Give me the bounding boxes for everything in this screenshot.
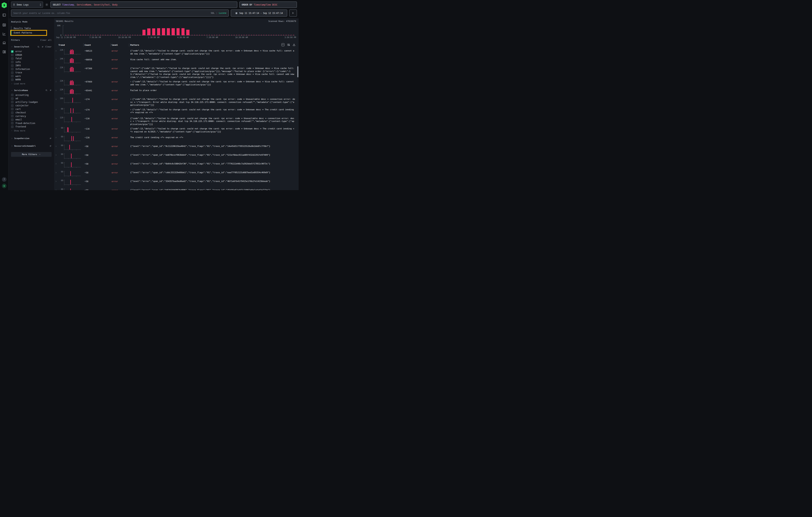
pattern-row[interactable]: 60~58error{"level":"error","span_id":"b9… <box>55 187 297 190</box>
column-resize-handle[interactable] <box>129 44 129 46</box>
filter-pin-icon[interactable] <box>49 89 52 91</box>
download-icon[interactable] <box>292 43 295 46</box>
source-settings-gear-icon[interactable] <box>45 3 48 6</box>
row-expand-chevron-icon[interactable] <box>55 49 58 52</box>
search-logs-icon[interactable] <box>2 23 6 27</box>
row-expand-chevron-icon[interactable] <box>55 153 58 156</box>
checkbox[interactable] <box>11 118 13 121</box>
checkbox[interactable] <box>11 57 13 60</box>
row-expand-chevron-icon[interactable] <box>55 179 58 182</box>
filter-option[interactable]: ad <box>11 97 52 100</box>
checkbox[interactable] <box>11 64 13 67</box>
column-header-level[interactable]: level <box>112 44 130 46</box>
servicename-group-header[interactable]: ServiceName <box>11 89 52 92</box>
app-logo-icon[interactable] <box>2 2 7 8</box>
pattern-row[interactable]: 60~58error{"level":"error","span_id":"33… <box>55 178 297 187</box>
load-more-button[interactable]: Load more <box>11 83 52 85</box>
pattern-row[interactable]: 22K~98523error{"code":13,"details":"fail… <box>55 48 297 57</box>
filter-option[interactable]: fraud-detection <box>11 121 52 125</box>
row-expand-chevron-icon[interactable] <box>55 188 58 190</box>
pattern-row[interactable]: 22K~97360error{"error":{"code":13,"detai… <box>55 65 297 79</box>
checkbox[interactable] <box>11 94 13 96</box>
checkbox[interactable] <box>11 68 13 70</box>
sql-mode-option[interactable]: SQL <box>211 12 214 14</box>
order-by-editor[interactable]: ORDER BY TimestampTime DESC <box>239 2 297 8</box>
filter-option[interactable]: Information <box>11 67 52 71</box>
query-language-toggle[interactable]: SQL | Lucene <box>211 12 226 14</box>
row-expand-chevron-icon[interactable] <box>55 170 58 174</box>
pattern-row[interactable]: 24K~98058errorVisa cache full: cannot ad… <box>55 57 297 65</box>
analysis-mode-results-table[interactable]: Results Table <box>11 26 46 31</box>
filter-option[interactable]: INFO <box>11 64 52 67</box>
checkbox[interactable] <box>11 105 13 107</box>
pattern-row[interactable]: 60~58error{"level":"error","span_id":"6b… <box>55 161 297 170</box>
checkbox[interactable] <box>11 122 13 124</box>
column-header-count[interactable]: Count <box>85 44 112 46</box>
row-expand-chevron-icon[interactable] <box>55 135 58 139</box>
checkbox-checked[interactable] <box>11 50 13 53</box>
filter-option[interactable]: cart <box>11 108 52 111</box>
filter-pin-icon[interactable] <box>41 46 44 48</box>
filter-option[interactable]: currency <box>11 114 52 118</box>
pattern-row[interactable]: 60~116error{"code":13,"details":"failed … <box>55 126 297 135</box>
column-header-pattern[interactable]: Pattern <box>130 44 297 46</box>
scopeversion-group-header[interactable]: ScopeVersion <box>11 137 52 140</box>
column-resize-handle[interactable] <box>83 44 84 46</box>
checkbox[interactable] <box>11 61 13 63</box>
filter-option[interactable]: checkout <box>11 111 52 114</box>
checkbox[interactable] <box>11 111 13 114</box>
filter-option[interactable]: cainjector <box>11 104 52 108</box>
checkbox[interactable] <box>11 79 13 81</box>
sidebar-toggle-icon[interactable] <box>2 13 6 17</box>
analysis-mode-event-patterns[interactable]: Event Patterns <box>11 31 46 35</box>
severitytext-group-header[interactable]: SeverityText Clear <box>11 46 52 48</box>
filter-option[interactable]: email <box>11 118 52 121</box>
filter-option[interactable]: info <box>11 60 52 64</box>
date-range-picker[interactable]: Sep 11 15:47:14 - Sep 12 15:47:14 <box>231 9 287 17</box>
clear-all-filters-button[interactable]: Clear all <box>40 39 52 41</box>
row-expand-chevron-icon[interactable] <box>55 57 58 61</box>
filter-option[interactable]: trace <box>11 71 52 75</box>
lucene-mode-option[interactable]: Lucene <box>219 12 226 14</box>
filter-search-icon[interactable] <box>45 89 48 91</box>
row-expand-chevron-icon[interactable] <box>55 66 58 69</box>
row-expand-chevron-icon[interactable] <box>55 126 58 130</box>
user-avatar[interactable]: U <box>2 184 6 188</box>
pattern-row[interactable]: 180~174error×{"code":13,"details":"faile… <box>55 96 297 107</box>
filter-option[interactable]: error <box>11 50 52 53</box>
checkbox[interactable] <box>11 115 13 117</box>
checkbox[interactable] <box>11 125 13 128</box>
more-filters-button[interactable]: More filters <box>11 152 52 157</box>
help-button[interactable]: ? <box>2 177 6 182</box>
column-header-trend[interactable]: Trend <box>58 44 85 46</box>
filter-pin-icon[interactable] <box>49 145 52 147</box>
pattern-row[interactable]: 60~58error{"level":"error","span_id":"eb… <box>55 152 297 161</box>
filter-pin-icon[interactable] <box>49 137 52 140</box>
resourceschemaurl-group-header[interactable]: ResourceSchemaUrl <box>11 145 52 147</box>
filter-option[interactable]: artillery-loadgen <box>11 100 52 104</box>
checkbox[interactable] <box>11 97 13 100</box>
sql-select-editor[interactable]: SELECT Timestamp, ServiceName, SeverityT… <box>51 2 237 8</box>
chart-explorer-icon[interactable] <box>2 32 6 36</box>
checkbox[interactable] <box>11 108 13 110</box>
run-query-button[interactable] <box>289 9 297 17</box>
show-more-button[interactable]: Show more <box>11 130 52 132</box>
row-expand-chevron-icon[interactable] <box>55 88 58 91</box>
filter-option[interactable]: warn <box>11 75 52 78</box>
sessions-icon[interactable] <box>2 41 6 45</box>
checkbox[interactable] <box>11 101 13 103</box>
checkbox[interactable] <box>11 75 13 77</box>
filter-option[interactable]: fatal <box>11 57 52 60</box>
filter-option[interactable]: ERROR <box>11 53 52 57</box>
pattern-row[interactable]: 22K~97069error×{"code":13,"details":"fai… <box>55 79 297 87</box>
pattern-row[interactable]: 120~116error{"code":13,"details":"failed… <box>55 115 297 126</box>
wrap-lines-icon[interactable] <box>287 43 290 46</box>
filter-option[interactable]: accounting <box>11 93 52 97</box>
filter-clear-button[interactable]: Clear <box>45 46 52 48</box>
filter-option[interactable]: frontend <box>11 125 52 128</box>
view-source-icon[interactable] <box>282 43 285 46</box>
pattern-row[interactable]: 60~174error×{"code":13,"details":"failed… <box>55 107 297 115</box>
row-expand-chevron-icon[interactable] <box>55 97 58 100</box>
vertical-scrollbar[interactable] <box>297 66 298 77</box>
filter-option[interactable]: WARN <box>11 78 52 82</box>
